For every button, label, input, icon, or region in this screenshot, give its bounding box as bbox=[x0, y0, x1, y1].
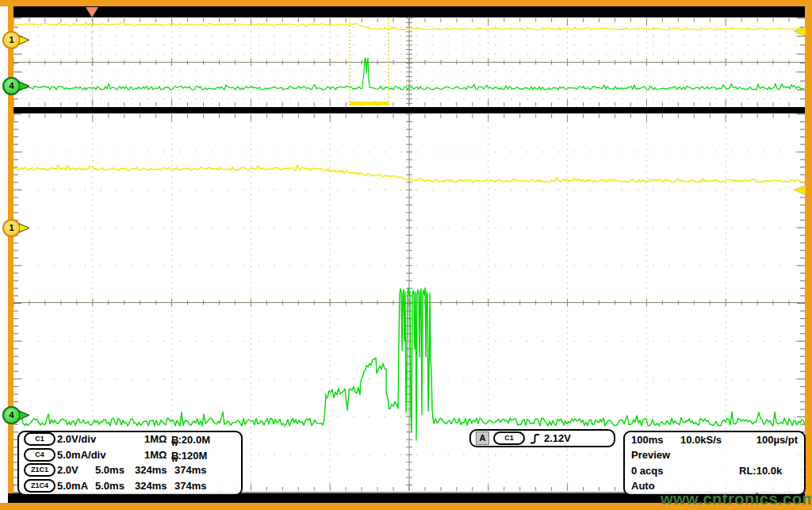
horizontal-row-2: Preview bbox=[625, 448, 804, 462]
ch4-marker-zoom[interactable]: 4 bbox=[2, 406, 34, 424]
frame-top bbox=[0, 0, 812, 6]
z1c1-time2: 324ms bbox=[135, 464, 167, 476]
z1c1-scale: 2.0V bbox=[57, 464, 79, 476]
z1c4-scale: 5.0mA bbox=[57, 480, 88, 492]
c4-bandwidth: BW:120M bbox=[171, 449, 178, 463]
acquisition-count: 0 acqs bbox=[631, 465, 663, 477]
ch1-marker-overview[interactable]: 1 bbox=[2, 31, 34, 48]
horizontal-row-3: 0 acqs RL:10.0k bbox=[625, 464, 804, 478]
panel-divider-bar bbox=[13, 107, 805, 113]
z1c1-channel-pill: Z1C1 bbox=[24, 463, 56, 477]
ch4-badge-label: 4 bbox=[2, 406, 21, 424]
graticule bbox=[13, 18, 805, 106]
watermark: www.cntronics.com bbox=[661, 490, 812, 508]
ch1-marker-arrow-icon bbox=[19, 222, 33, 234]
frame-right bbox=[805, 6, 812, 503]
trigger-readout-box: A C1 2.12V bbox=[469, 429, 615, 447]
record-length: RL:10.0k bbox=[739, 465, 782, 477]
c1-channel-pill: C1 bbox=[24, 432, 56, 446]
c1-scale: 2.0V/div bbox=[57, 433, 96, 445]
z1c1-time3: 374ms bbox=[174, 464, 206, 476]
trigger-level-arrow-icon bbox=[794, 185, 806, 195]
c4-scale: 5.0mA/div bbox=[57, 449, 105, 461]
ch1-badge-label: 1 bbox=[2, 219, 21, 237]
ch4-marker-arrow-icon bbox=[19, 80, 33, 92]
ch4-marker-arrow-icon bbox=[19, 409, 33, 421]
trigger-mode: Auto bbox=[631, 480, 655, 492]
ch1-marker-zoom[interactable]: 1 bbox=[2, 219, 34, 236]
z1c4-time1: 5.0ms bbox=[95, 480, 124, 492]
trigger-level-arrow-icon bbox=[794, 26, 806, 36]
c1-bandwidth: BW:20.0M bbox=[171, 433, 178, 447]
channel-readout-box: C1 2.0V/div 1MΩ BW:20.0M C4 5.0mA/div 1M… bbox=[17, 431, 243, 496]
acquisition-status: Preview bbox=[631, 449, 670, 461]
horizontal-row-1: 100ms 10.0kS/s 100µs/pt bbox=[625, 433, 804, 447]
readout-row-z1c1: Z1C1 2.0V 5.0ms 324ms 374ms bbox=[19, 463, 241, 478]
z1c1-time1: 5.0ms bbox=[95, 464, 124, 476]
trigger-level-arrow-zoom[interactable] bbox=[794, 184, 806, 198]
oscilloscope-screen: 1 4 1 4 C1 2.0V/div 1MΩ BW:20.0M C4 5.0m… bbox=[0, 0, 812, 510]
c4-impedance: 1MΩ bbox=[144, 449, 167, 461]
horizontal-readout-box: 100ms 10.0kS/s 100µs/pt Preview 0 acqs R… bbox=[623, 431, 806, 496]
ch1-marker-arrow-icon bbox=[19, 34, 33, 46]
trigger-position-marker[interactable] bbox=[86, 7, 98, 17]
sample-rate: 10.0kS/s bbox=[680, 434, 722, 446]
trigger-level-arrow-overview[interactable] bbox=[794, 25, 806, 40]
z1c4-channel-pill: Z1C4 bbox=[24, 479, 56, 493]
ch1-badge-label: 1 bbox=[2, 31, 21, 49]
horizontal-scale: 100ms bbox=[631, 434, 663, 446]
readout-row-c4: C4 5.0mA/div 1MΩ BW:120M bbox=[19, 448, 241, 463]
readout-row-c1: C1 2.0V/div 1MΩ BW:20.0M bbox=[19, 432, 241, 447]
z1c4-time3: 374ms bbox=[174, 480, 206, 492]
c4-channel-pill: C4 bbox=[24, 448, 56, 462]
ch4-marker-overview[interactable]: 4 bbox=[2, 77, 34, 94]
top-header-bar bbox=[13, 6, 805, 17]
ch4-badge-label: 4 bbox=[2, 77, 21, 95]
overview-waveform-panel bbox=[13, 17, 805, 107]
z1c4-time2: 324ms bbox=[135, 480, 167, 492]
rising-edge-icon bbox=[529, 432, 540, 445]
c1-impedance: 1MΩ bbox=[144, 433, 167, 445]
zoom-window-bottom-bar[interactable] bbox=[350, 102, 389, 105]
trigger-level-value: 2.12V bbox=[544, 432, 571, 444]
readout-row-z1c4: Z1C4 5.0mA 5.0ms 324ms 374ms bbox=[19, 479, 241, 494]
trigger-mode-badge: A bbox=[476, 431, 489, 445]
time-per-point: 100µs/pt bbox=[756, 434, 798, 446]
trigger-source-pill: C1 bbox=[493, 431, 525, 445]
